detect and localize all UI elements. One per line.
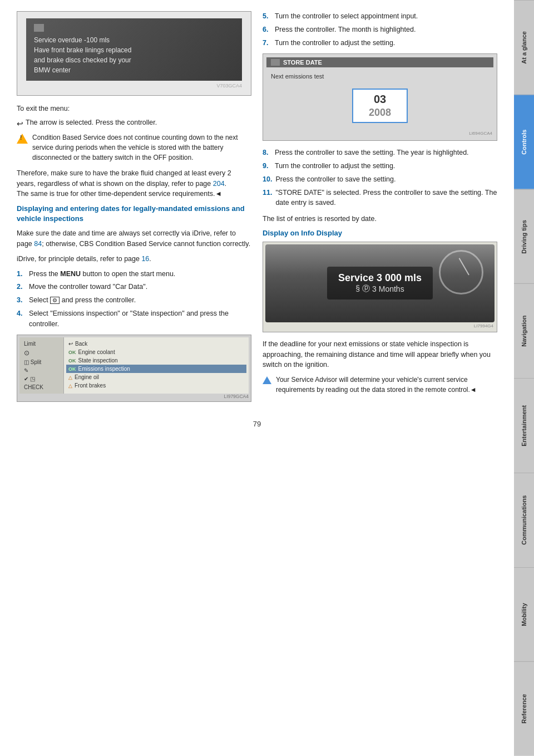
link-page-16[interactable]: 16: [141, 255, 149, 263]
info-para: If the deadline for your next emissions …: [263, 339, 497, 370]
exit-menu-instruction: ↩ The arrow is selected. Press the contr…: [17, 119, 251, 128]
warning-block: Condition Based Service does not continu…: [17, 132, 251, 163]
exit-menu-label: To exit the menu:: [17, 104, 251, 114]
date-month: 03: [374, 93, 386, 105]
steps-list-right-1: 5. Turn the controller to select appoint…: [263, 11, 497, 48]
cbs-select-icon: ⚙: [50, 297, 60, 304]
step-1-num: 1.: [17, 269, 26, 279]
main-content: Service overdue -100 mls Have front brak…: [0, 0, 514, 756]
speedo-months: 3 Months: [372, 284, 404, 293]
sidebar-tab-communications[interactable]: Communications: [514, 473, 534, 567]
step-10: 10. Press the controller to save the set…: [263, 174, 497, 185]
sidebar-tab-controls[interactable]: Controls: [514, 95, 534, 189]
service-overdue-box: Service overdue -100 mls Have front brak…: [17, 11, 251, 96]
step-1: 1. Press the MENU button to open the sta…: [17, 269, 251, 279]
step-1-text: Press the MENU button to open the start …: [29, 269, 175, 279]
menu-item-engine-oil: △ Engine oil: [66, 373, 246, 381]
store-date-screenshot-label: LI694GCA4: [266, 130, 493, 137]
step-2-text: Move the controller toward "Car Data".: [29, 282, 147, 292]
menu-inner-display: Limit ⊙ ◫ Split ✎ ✔ ◳ CHECK ↩ Back OK En: [19, 337, 249, 394]
sidebar-tab-mobility[interactable]: Mobility: [514, 567, 534, 662]
speedometer-screenshot: Service 3 000 mls § ⓟ 3 Months LI7994G4: [263, 242, 497, 332]
page-number: 79: [17, 420, 497, 428]
menu-item-state-inspection: OK State inspection: [66, 356, 246, 365]
ok-badge-emissions: OK: [68, 366, 76, 372]
steps-list-left: 1. Press the MENU button to open the sta…: [17, 269, 251, 330]
step-5: 5. Turn the controller to select appoint…: [263, 11, 497, 22]
back-icon: ↩: [68, 341, 73, 347]
speedometer-display: Service 3 000 mls § ⓟ 3 Months: [265, 244, 495, 322]
step-5-num: 5.: [263, 11, 271, 22]
step-3-num: 3.: [17, 295, 26, 306]
menu-item-back: ↩ Back: [66, 340, 246, 348]
step-8-num: 8.: [263, 148, 271, 158]
store-date-label: Next emissions test: [266, 71, 493, 82]
menu-screenshot-label: LI979GCA4: [19, 394, 249, 399]
menu-item-limit: Limit: [22, 340, 61, 348]
step-10-num: 10.: [263, 174, 272, 185]
warning-text-1: Condition Based Service does not continu…: [32, 134, 238, 161]
menu-item-circle: ⊙: [22, 348, 61, 358]
step-11-num: 11.: [263, 188, 272, 209]
store-date-screenshot: STORE DATE Next emissions test 03 2008 L…: [263, 53, 497, 141]
left-column: Service overdue -100 mls Have front brak…: [17, 11, 251, 409]
date-year: 2008: [369, 107, 391, 118]
back-arrow-icon: ↩: [17, 119, 23, 128]
two-column-layout: Service overdue -100 mls Have front brak…: [17, 11, 497, 409]
menu-item-pen: ✎: [22, 366, 61, 375]
service-message-display: Service overdue -100 mls Have front brak…: [26, 18, 242, 81]
sidebar-tab-navigation[interactable]: Navigation: [514, 283, 534, 378]
sidebar-tab-driving-tips[interactable]: Driving tips: [514, 189, 534, 284]
step-7-text: Turn the controller to adjust the settin…: [275, 38, 395, 48]
menu-item-front-brakes: △ Front brakes: [66, 381, 246, 390]
step-11: 11. "STORE DATE" is selected. Press the …: [263, 188, 497, 209]
sidebar-tab-at-a-glance[interactable]: At a glance: [514, 0, 534, 95]
step-6-text: Press the controller. The month is highl…: [275, 24, 416, 35]
warning-text-3: The same is true for other time-dependen…: [17, 190, 222, 198]
link-page-84[interactable]: 84: [34, 240, 42, 248]
menu-item-engine-coolant: OK Engine coolant: [66, 348, 246, 356]
step-7-num: 7.: [263, 38, 271, 48]
sidebar-tab-entertainment[interactable]: Entertainment: [514, 378, 534, 473]
step-2: 2. Move the controller toward "Car Data"…: [17, 282, 251, 292]
ok-badge-coolant: OK: [68, 350, 76, 355]
store-date-title: STORE DATE: [283, 59, 322, 66]
step-3: 3. Select ⚙ and press the controller.: [17, 295, 251, 306]
list-resorted-text: The list of entries is resorted by date.: [263, 214, 497, 224]
step-9-num: 9.: [263, 161, 271, 171]
sidebar: At a glance Controls Driving tips Naviga…: [514, 0, 534, 756]
exit-menu-text: The arrow is selected. Press the control…: [26, 119, 157, 126]
warn-badge-brakes: △: [68, 383, 72, 389]
menu-right-column: ↩ Back OK Engine coolant OK State inspec…: [64, 337, 249, 394]
store-date-icon: [271, 59, 280, 66]
link-page-204[interactable]: 204: [213, 180, 225, 188]
step-4: 4. Select "Emissions inspection" or "Sta…: [17, 308, 251, 330]
right-column: 5. Turn the controller to select appoint…: [263, 11, 497, 409]
step-8-text: Press the controller to save the setting…: [275, 148, 469, 158]
speedo-service-text: Service 3 000 mls: [338, 272, 422, 284]
gauge-arc-decoration: [439, 250, 483, 294]
screenshot-label-1: V703GCA4: [26, 83, 242, 89]
warn-badge-oil: △: [68, 375, 72, 380]
note-text: Your Service Advisor will determine your…: [276, 375, 497, 395]
service-line-4: BMW center: [34, 65, 234, 75]
step-5-text: Turn the controller to select appointmen…: [275, 11, 418, 22]
ok-badge-state: OK: [68, 358, 76, 364]
note-block: Your Service Advisor will determine your…: [263, 375, 497, 395]
speedo-text-overlay: Service 3 000 mls § ⓟ 3 Months: [327, 267, 433, 300]
step-9: 9. Turn the controller to adjust the set…: [263, 161, 497, 171]
service-wrench-icon: [34, 24, 44, 32]
section-heading-emissions: Displaying and entering dates for legall…: [17, 204, 251, 224]
steps-list-right-2: 8. Press the controller to save the sett…: [263, 148, 497, 208]
date-display: 03 2008: [352, 89, 408, 123]
speedo-screenshot-label: LI7994G4: [265, 322, 495, 330]
sidebar-tab-reference[interactable]: Reference: [514, 661, 534, 756]
step-4-text: Select "Emissions inspection" or "State …: [29, 308, 251, 330]
menu-left-column: Limit ⊙ ◫ Split ✎ ✔ ◳ CHECK: [19, 337, 64, 394]
speedo-icons: § ⓟ: [355, 284, 370, 294]
step-6: 6. Press the controller. The month is hi…: [263, 24, 497, 35]
step-8: 8. Press the controller to save the sett…: [263, 148, 497, 158]
idrive-para: iDrive, for principle details, refer to …: [17, 254, 251, 264]
step-4-num: 4.: [17, 308, 26, 330]
service-line-3: and brake discs checked by your: [34, 55, 234, 65]
